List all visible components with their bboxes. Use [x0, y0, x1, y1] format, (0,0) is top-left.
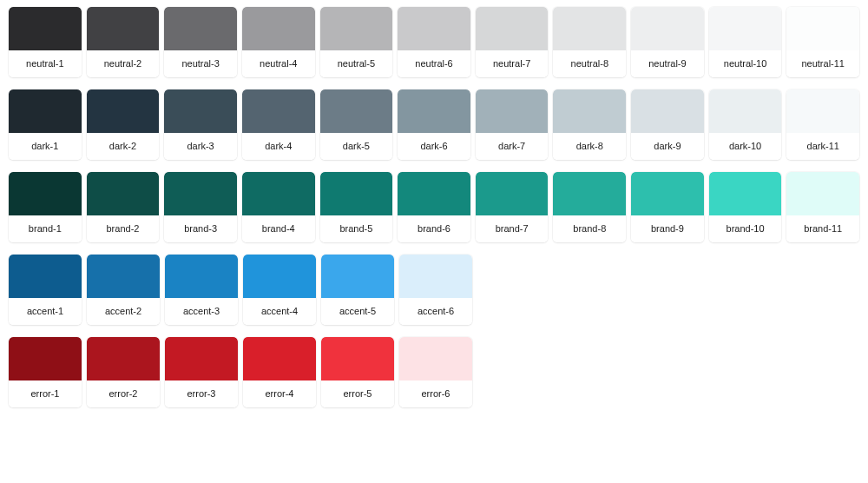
swatch-label: dark-9 [631, 133, 704, 160]
swatch-card: error-6 [399, 337, 472, 407]
swatch-color [786, 7, 859, 50]
swatch-label: accent-3 [165, 298, 238, 325]
swatch-label: accent-2 [87, 298, 160, 325]
swatch-card: accent-6 [399, 255, 472, 325]
swatch-color [399, 337, 472, 380]
swatch-card: error-1 [9, 337, 82, 407]
swatch-color [321, 255, 394, 298]
swatch-color [786, 89, 859, 133]
swatch-label: dark-2 [87, 133, 160, 160]
swatch-card: brand-7 [476, 172, 549, 242]
swatch-color [87, 172, 160, 215]
swatch-color [9, 337, 82, 380]
swatch-card: dark-7 [476, 89, 549, 160]
swatch-label: neutral-2 [87, 50, 160, 77]
swatch-card: neutral-5 [320, 7, 393, 77]
swatch-label: brand-2 [87, 215, 160, 242]
swatch-label: brand-10 [709, 215, 782, 242]
swatch-card: neutral-1 [9, 7, 82, 77]
swatch-color [398, 7, 470, 50]
swatch-color [321, 337, 394, 380]
swatch-card: brand-9 [631, 172, 704, 242]
swatch-label: dark-7 [476, 133, 549, 160]
swatch-card: error-4 [243, 337, 316, 407]
swatch-color [476, 172, 549, 215]
swatch-label: neutral-3 [164, 50, 237, 77]
swatch-color [164, 89, 237, 133]
swatch-card: dark-11 [786, 89, 859, 160]
swatch-color [242, 89, 315, 133]
swatch-card: brand-1 [9, 172, 82, 242]
swatch-card: neutral-11 [786, 7, 859, 77]
swatch-label: accent-5 [321, 298, 394, 325]
swatch-card: accent-4 [243, 255, 316, 325]
swatch-color [320, 7, 393, 50]
swatch-color [9, 172, 82, 215]
swatch-color [165, 255, 238, 298]
swatch-color [553, 172, 626, 215]
swatch-color [87, 337, 160, 380]
swatch-label: error-4 [243, 380, 316, 407]
swatch-label: error-1 [9, 380, 82, 407]
swatch-color [709, 7, 782, 50]
swatch-label: dark-10 [709, 133, 782, 160]
swatch-label: error-2 [87, 380, 160, 407]
swatch-label: brand-7 [476, 215, 549, 242]
palette-row-dark: dark-1dark-2dark-3dark-4dark-5dark-6dark… [9, 89, 859, 160]
swatch-color [320, 172, 393, 215]
swatch-card: dark-9 [631, 89, 704, 160]
swatch-label: error-3 [165, 380, 238, 407]
swatch-color [164, 172, 237, 215]
swatch-color [398, 89, 470, 133]
swatch-color [476, 7, 549, 50]
swatch-label: dark-6 [398, 133, 470, 160]
swatch-card: brand-2 [87, 172, 160, 242]
swatch-color [398, 172, 470, 215]
swatch-color [631, 89, 704, 133]
swatch-card: neutral-7 [476, 7, 549, 77]
swatch-label: neutral-7 [476, 50, 549, 77]
swatch-card: brand-8 [553, 172, 626, 242]
palette-row-neutral: neutral-1neutral-2neutral-3neutral-4neut… [9, 7, 859, 77]
swatch-color [243, 337, 316, 380]
swatch-label: neutral-6 [398, 50, 470, 77]
swatch-card: accent-1 [9, 255, 82, 325]
swatch-label: brand-1 [9, 215, 82, 242]
swatch-label: error-6 [399, 380, 472, 407]
swatch-card: error-5 [321, 337, 394, 407]
swatch-color [243, 255, 316, 298]
swatch-color [709, 172, 782, 215]
swatch-card: neutral-10 [709, 7, 782, 77]
swatch-label: dark-3 [164, 133, 237, 160]
swatch-label: brand-4 [242, 215, 315, 242]
swatch-card: neutral-6 [398, 7, 470, 77]
swatch-card: accent-5 [321, 255, 394, 325]
swatch-color [709, 89, 782, 133]
swatch-color [9, 255, 82, 298]
swatch-color [399, 255, 472, 298]
swatch-label: dark-4 [242, 133, 315, 160]
swatch-label: accent-1 [9, 298, 82, 325]
swatch-label: brand-6 [398, 215, 470, 242]
swatch-card: dark-4 [242, 89, 315, 160]
swatch-color [87, 89, 160, 133]
swatch-label: accent-6 [399, 298, 472, 325]
palette-row-error: error-1error-2error-3error-4error-5error… [9, 337, 859, 407]
swatch-color [165, 337, 238, 380]
palette-row-accent: accent-1accent-2accent-3accent-4accent-5… [9, 255, 859, 325]
swatch-label: brand-9 [631, 215, 704, 242]
swatch-card: dark-3 [164, 89, 237, 160]
swatch-label: dark-8 [553, 133, 626, 160]
swatch-label: dark-1 [9, 133, 82, 160]
swatch-color [9, 7, 82, 50]
swatch-label: neutral-4 [242, 50, 315, 77]
swatch-card: neutral-4 [242, 7, 315, 77]
swatch-card: brand-11 [786, 172, 859, 242]
swatch-label: neutral-5 [320, 50, 393, 77]
swatch-card: dark-1 [9, 89, 82, 160]
swatch-card: error-3 [165, 337, 238, 407]
swatch-color [87, 255, 160, 298]
swatch-color [87, 7, 160, 50]
swatch-card: neutral-3 [164, 7, 237, 77]
swatch-card: brand-6 [398, 172, 470, 242]
